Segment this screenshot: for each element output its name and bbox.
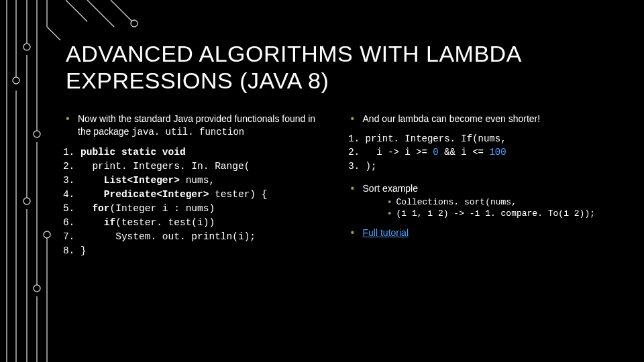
full-tutorial-link[interactable]: Full tutorial — [363, 227, 409, 238]
svg-point-5 — [23, 44, 30, 50]
svg-line-20 — [111, 0, 134, 23]
code-line: for(Integer i : nums) — [80, 202, 320, 216]
code-line: } — [80, 244, 320, 258]
svg-point-12 — [34, 285, 40, 292]
svg-line-18 — [66, 0, 87, 21]
bullet-functionals: Now with the standard Java provided func… — [66, 113, 320, 139]
bullet-full-tutorial: Full tutorial — [351, 227, 617, 239]
code-line: Predicate<Integer> tester) { — [80, 188, 320, 202]
svg-point-2 — [13, 77, 19, 84]
sort-sub-line: Collections. sort(nums, — [387, 196, 617, 208]
code-line: if(tester. test(i)) — [80, 216, 320, 230]
svg-point-7 — [23, 198, 30, 204]
code-line: print. Integers. In. Range( — [80, 160, 320, 174]
code-line: System. out. println(i); — [80, 230, 320, 244]
code-block-print-range: public static void print. Integers. In. … — [66, 145, 320, 258]
svg-point-10 — [34, 131, 40, 137]
svg-line-15 — [47, 27, 60, 40]
bullet-functionals-package: java. util. function — [131, 127, 244, 137]
right-column: And our lambda can become even shorter! … — [351, 111, 617, 246]
svg-line-19 — [87, 0, 114, 27]
code-line: List<Integer> nums, — [80, 174, 320, 188]
sort-sub-line: (i 1, i 2) -> -i 1. compare. To(i 2)); — [387, 208, 617, 220]
left-column: Now with the standard Java provided func… — [66, 111, 320, 258]
code-line: i -> i >= 0 && i <= 100 — [366, 145, 617, 159]
bullet-lambda-shorter: And our lambda can become even shorter! — [351, 113, 617, 125]
code-block-lambda: print. Integers. If(nums, i -> i >= 0 &&… — [351, 132, 617, 173]
svg-point-17 — [44, 231, 50, 238]
code-line: ); — [366, 160, 617, 173]
content-columns: Now with the standard Java provided func… — [66, 111, 617, 258]
code-line: public static void — [80, 145, 320, 160]
slide-title: ADVANCED ALGORITHMS WITH LAMBDA EXPRESSI… — [66, 40, 617, 94]
svg-point-21 — [131, 20, 138, 27]
bullet-sort-example: Sort example Collections. sort(nums, (i … — [351, 182, 617, 220]
bullet-sort-label: Sort example — [363, 183, 418, 194]
code-line: print. Integers. If(nums, — [366, 132, 617, 145]
